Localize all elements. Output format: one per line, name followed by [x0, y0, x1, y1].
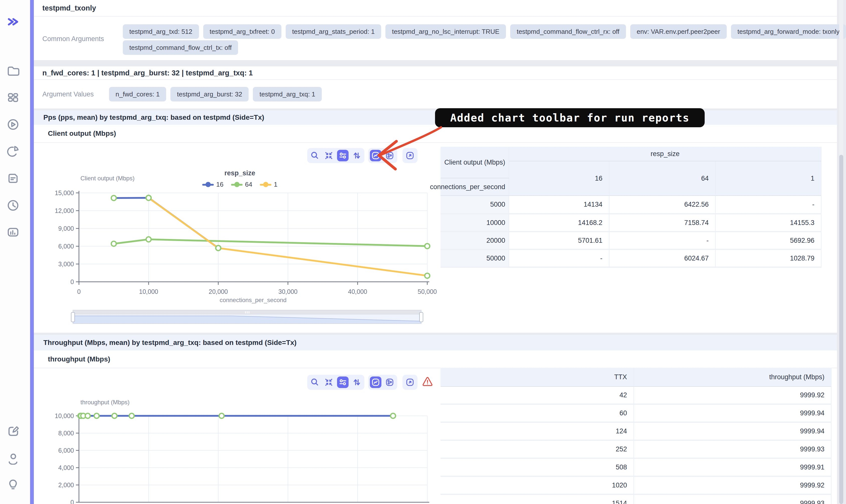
- table-cell: 508: [441, 459, 634, 477]
- edit-icon[interactable]: [6, 425, 20, 438]
- compress-icon[interactable]: [323, 150, 335, 161]
- table-header-cell: 16: [509, 161, 610, 196]
- datazoom-grip-icon[interactable]: [244, 311, 250, 313]
- legend-marker-icon: [202, 182, 214, 187]
- sort-icon[interactable]: [351, 150, 363, 161]
- folder-icon[interactable]: [6, 64, 20, 77]
- row-label: 10000: [441, 214, 509, 232]
- table-header-cell: 64: [610, 161, 716, 196]
- chart1-toolbar-group-expand: [403, 148, 418, 163]
- legend-label: 64: [245, 181, 252, 188]
- play-circle-icon[interactable]: [6, 118, 20, 131]
- argument-tag: testpmd_arg_burst: 32: [171, 87, 249, 102]
- throughput-table: TTX throughput (Mbps) 42 9999.92 60 9999…: [441, 368, 831, 504]
- legend-label: 1: [274, 181, 277, 188]
- document-icon[interactable]: [6, 172, 20, 185]
- expand-icon[interactable]: [404, 377, 416, 388]
- argument-tag: testpmd_arg_txfreet: 0: [203, 24, 281, 39]
- row-label: 50000: [441, 250, 509, 268]
- table-corner-measure: Client output (Mbps): [441, 147, 509, 178]
- datazoom-bar[interactable]: [73, 310, 421, 314]
- table-cell: 252: [441, 441, 634, 459]
- legend-marker-icon: [231, 182, 243, 187]
- content-accent-bar: [30, 0, 34, 504]
- clock-icon[interactable]: [6, 199, 20, 212]
- table-header-cell: throughput (Mbps): [634, 368, 831, 387]
- table-cell: 9999.91: [634, 459, 831, 477]
- legend-marker-icon: [260, 182, 271, 187]
- chart2-toolbar-group-type: [368, 375, 397, 390]
- chart2-panel-title: throughput (Mbps): [34, 350, 837, 368]
- sort-icon[interactable]: [351, 377, 363, 388]
- datazoom-handle-right[interactable]: [419, 312, 423, 322]
- scatter-dots-icon[interactable]: [384, 150, 395, 161]
- table-colgroup-header: resp_size: [509, 147, 822, 161]
- table-cell: 6024.67: [610, 250, 716, 268]
- chart1-datazoom-slider[interactable]: [73, 310, 422, 324]
- table-cell: 1514: [441, 495, 634, 504]
- scatter-dots-icon[interactable]: [384, 377, 395, 388]
- filter-settings-icon[interactable]: [337, 150, 349, 161]
- chart2-toolbar-group-expand: [403, 375, 418, 390]
- trend-line-icon[interactable]: [370, 150, 382, 161]
- common-arguments-label: Common Arguments: [42, 35, 104, 43]
- argument-tag: testpmd_arg_txd: 512: [123, 24, 199, 39]
- legend-title: resp_size: [177, 169, 302, 177]
- datazoom-handle-left[interactable]: [71, 312, 75, 322]
- table-cell: 9999.92: [634, 477, 831, 495]
- table-cell: 9999.94: [634, 405, 831, 423]
- row-label: 20000: [441, 232, 509, 250]
- lightbulb-icon[interactable]: [6, 478, 20, 491]
- chart1-panel-title: Client output (Mbps): [34, 125, 837, 143]
- argument-tag: testpmd_arg_stats_period: 1: [286, 24, 382, 39]
- legend-item-16[interactable]: 16: [202, 181, 224, 188]
- pie-chart-icon[interactable]: [6, 145, 20, 158]
- chart1-axis-title: Client output (Mbps): [81, 175, 135, 182]
- user-icon[interactable]: [6, 452, 20, 465]
- panel-argument-values: n_fwd_cores: 1 | testpmd_arg_burst: 32 |…: [34, 66, 837, 108]
- table-cell: 60: [441, 405, 634, 423]
- legend-item-64[interactable]: 64: [231, 181, 252, 188]
- table-cell: 1028.79: [716, 250, 822, 268]
- grid-icon[interactable]: [6, 91, 20, 104]
- legend-item-1[interactable]: 1: [260, 181, 277, 188]
- panel-common-arguments: testpmd_txonly Common Arguments testpmd_…: [34, 0, 837, 60]
- table-rowdim-header: connections_per_second: [441, 178, 509, 196]
- table-cell: 6422.56: [610, 196, 716, 214]
- table-header-cell: 1: [716, 161, 822, 196]
- table-cell: 9999.93: [634, 441, 831, 459]
- argument-tag: testpmd_arg_forward_mode: txonly: [731, 24, 846, 39]
- warning-icon[interactable]: [421, 375, 434, 388]
- table-cell: -: [610, 232, 716, 250]
- expand-icon[interactable]: [404, 150, 416, 161]
- argument-tag: testpmd_arg_no_lsc_interrupt: TRUE: [385, 24, 506, 39]
- table-header-cell: TTX: [441, 368, 634, 387]
- scrollbar-thumb[interactable]: [839, 155, 843, 504]
- zoom-search-icon[interactable]: [309, 150, 320, 161]
- zoom-search-icon[interactable]: [309, 377, 320, 388]
- annotation-callout: Added chart toolbar for run reports: [435, 108, 705, 127]
- chart2-axis-title: throughput (Mbps): [81, 399, 129, 406]
- table-cell: 14134: [509, 196, 610, 214]
- table-cell: 9999.93: [634, 495, 831, 504]
- compress-icon[interactable]: [323, 377, 335, 388]
- trend-line-icon[interactable]: [370, 377, 382, 388]
- table-cell: 1020: [441, 477, 634, 495]
- chart1-toolbar-group-view: [307, 148, 364, 163]
- argument-tag: testpmd_command_flow_ctrl_rx: off: [510, 24, 626, 39]
- table-cell: 9999.94: [634, 423, 831, 441]
- chart1-x-axis-label: connections_per_second: [203, 296, 303, 304]
- argument-combo-title: n_fwd_cores: 1 | testpmd_arg_burst: 32 |…: [34, 66, 837, 80]
- table-cell: -: [509, 250, 610, 268]
- section-header-throughput: Throughput (Mbps, mean) by testpmd_arg_t…: [34, 335, 837, 350]
- table-cell: 7158.74: [610, 214, 716, 232]
- sidebar: [0, 0, 31, 504]
- table-cell: -: [716, 196, 822, 214]
- chart2-toolbar-group-view: [307, 375, 364, 390]
- bar-chart-icon[interactable]: [6, 226, 20, 239]
- argument-tag: testpmd_command_flow_ctrl_tx: off: [123, 40, 238, 55]
- double-chevron-right-icon[interactable]: [6, 15, 20, 28]
- filter-settings-icon[interactable]: [337, 377, 349, 388]
- table-cell: 5692.96: [716, 232, 822, 250]
- datazoom-profile: [73, 314, 421, 323]
